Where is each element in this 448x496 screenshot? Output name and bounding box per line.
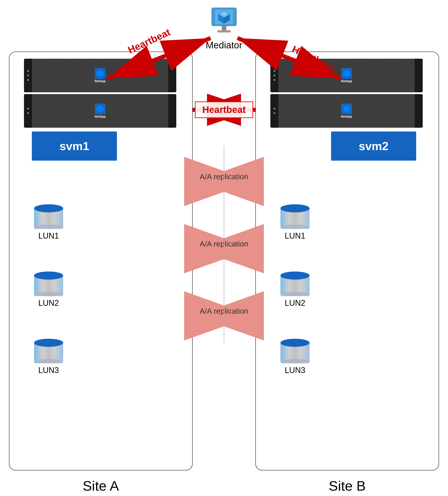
lun-right-3: LUN3 — [280, 339, 309, 375]
lun-left-2-label: LUN2 — [38, 298, 59, 308]
lun-left-3-label: LUN3 — [38, 366, 59, 375]
svg-rect-25 — [217, 30, 231, 32]
site-b-label: Site B — [255, 478, 439, 494]
site-b-box: NetApp NetApp svm2 Cluster2 — [255, 51, 439, 470]
heartbeat-center-label: Heartbeat — [202, 104, 246, 115]
site-a-label: Site A — [9, 478, 193, 494]
netapp-logo-left-top: NetApp — [94, 79, 106, 83]
heartbeat-center-box: Heartbeat — [195, 101, 253, 118]
svm1-label: svm1 — [60, 139, 89, 153]
netapp-logo-right-top: NetApp — [341, 79, 352, 83]
svg-rect-24 — [222, 26, 226, 30]
server-top-unit-left: NetApp — [24, 59, 176, 92]
mediator-section: Mediator — [206, 7, 242, 51]
lun-right-2: LUN2 — [280, 272, 309, 308]
netapp-logo-left-bottom: NetApp — [94, 115, 106, 118]
svg-text:Heartbeat: Heartbeat — [126, 26, 172, 56]
svg-text:A/A replication: A/A replication — [200, 239, 248, 248]
svm1-box: svm1 — [32, 132, 117, 161]
server-top-unit-right: NetApp — [270, 59, 423, 92]
svm2-box: svm2 — [331, 132, 416, 161]
svg-text:A/A replication: A/A replication — [200, 172, 248, 181]
lun-left-2: LUN2 — [34, 272, 63, 308]
netapp-logo-right-bottom: NetApp — [341, 115, 352, 118]
lun-right-2-label: LUN2 — [285, 298, 305, 308]
mediator-label: Mediator — [206, 40, 242, 51]
server-bottom-unit-right: NetApp — [270, 94, 423, 128]
lun-left-1-label: LUN1 — [38, 231, 59, 241]
site-a-box: NetApp NetApp svm1 C — [9, 51, 193, 470]
lun-left-1: LUN1 — [34, 204, 63, 241]
server-bottom-unit-left: NetApp — [24, 94, 176, 128]
main-diagram: Heartbeat Heartbeat A/A replication A/A … — [0, 0, 448, 496]
mediator-icon — [209, 7, 239, 38]
lun-right-3-label: LUN3 — [285, 366, 305, 375]
svm2-label: svm2 — [359, 139, 389, 153]
lun-right-1: LUN1 — [280, 204, 309, 241]
lun-left-3: LUN3 — [34, 339, 63, 375]
lun-right-1-label: LUN1 — [285, 231, 305, 241]
svg-text:A/A replication: A/A replication — [200, 307, 248, 315]
